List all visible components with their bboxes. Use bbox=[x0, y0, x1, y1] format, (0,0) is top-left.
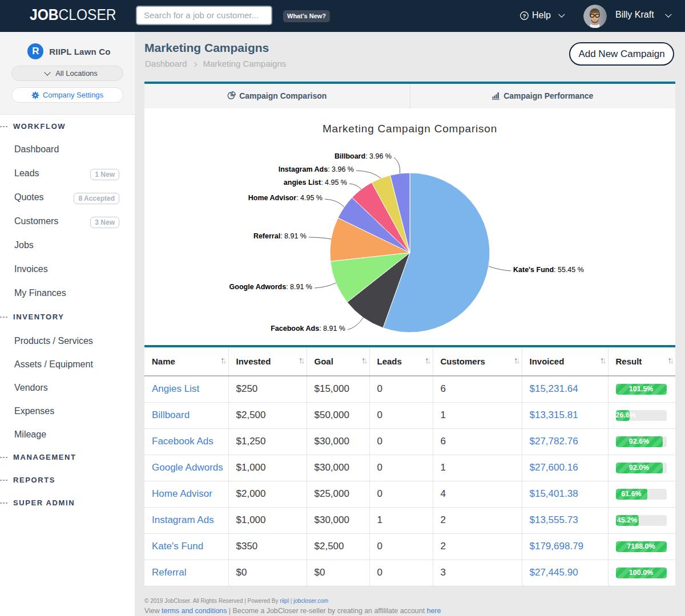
svg-text:Billboard: 3.96 %: Billboard: 3.96 % bbox=[335, 152, 392, 160]
svg-text:Marketing Campaign Comparison: Marketing Campaign Comparison bbox=[323, 123, 497, 135]
svg-text:Home Advisor: 4.95 %: Home Advisor: 4.95 % bbox=[248, 194, 323, 202]
svg-text:Facebook Ads: 8.91 %: Facebook Ads: 8.91 % bbox=[271, 325, 345, 333]
svg-text:Google Adwords: 8.91 %: Google Adwords: 8.91 % bbox=[229, 283, 312, 291]
svg-text:?: ? bbox=[523, 12, 526, 18]
svg-text:Referral: 8.91 %: Referral: 8.91 % bbox=[253, 232, 307, 240]
svg-text:Kate's Fund: 55.45 %: Kate's Fund: 55.45 % bbox=[513, 266, 584, 274]
svg-text:angies List: 4.95 %: angies List: 4.95 % bbox=[284, 179, 347, 187]
svg-text:Instagram Ads: 3.96 %: Instagram Ads: 3.96 % bbox=[279, 165, 354, 173]
